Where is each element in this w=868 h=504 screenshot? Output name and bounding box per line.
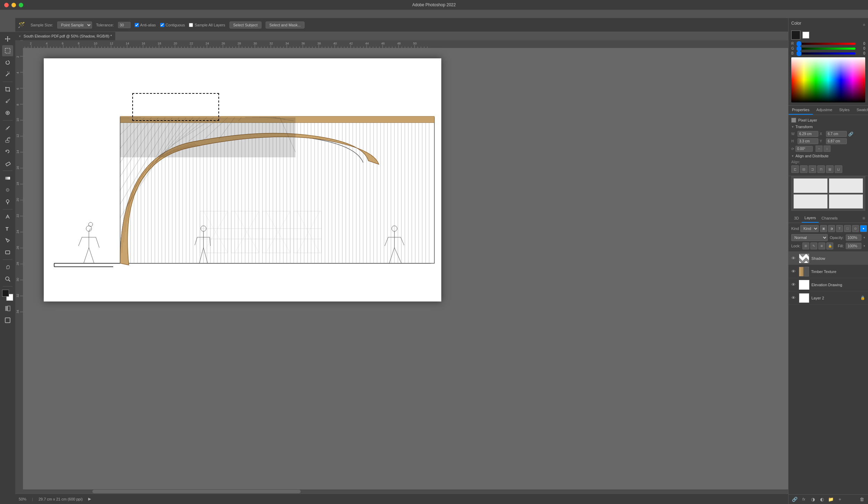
lock-artboard-icon[interactable]: ⊕ — [818, 242, 825, 249]
close-window-button[interactable] — [4, 3, 9, 7]
sample-all-checkbox[interactable] — [189, 23, 193, 27]
minimize-window-button[interactable] — [11, 3, 16, 7]
kind-dot-icon[interactable]: ● — [860, 225, 867, 232]
select-subject-button[interactable]: Select Subject — [229, 22, 261, 28]
color-spectrum[interactable] — [791, 57, 865, 102]
flip-h-button[interactable]: ↔ — [816, 146, 823, 152]
crop-tool[interactable] — [2, 84, 13, 95]
move-tool[interactable] — [2, 33, 13, 44]
layer-visibility-timber[interactable]: 👁 — [791, 269, 797, 274]
fill-input[interactable] — [846, 243, 861, 249]
tab-styles[interactable]: Styles — [836, 106, 853, 115]
maximize-window-button[interactable] — [19, 3, 23, 7]
layer-link-button[interactable]: 🔗 — [791, 496, 798, 503]
width-input[interactable] — [798, 131, 818, 137]
layer-adjustment-button[interactable]: ◐ — [818, 496, 825, 503]
x-input[interactable] — [826, 131, 847, 137]
layer-delete-button[interactable]: 🗑 — [858, 496, 865, 503]
magic-wand-tool-icon[interactable]: 🪄 — [18, 22, 25, 28]
doc-tab-close[interactable]: × — [19, 34, 21, 38]
align-right-button[interactable]: ⊐ — [809, 165, 816, 173]
document-canvas[interactable] — [44, 58, 441, 301]
tab-swatches[interactable]: Swatches — [853, 106, 868, 115]
tab-layers[interactable]: Layers — [802, 214, 819, 223]
contiguous-checkbox[interactable] — [160, 23, 164, 27]
g-slider[interactable] — [796, 48, 856, 50]
layer-group-button[interactable]: 📁 — [827, 496, 834, 503]
lasso-tool[interactable] — [2, 57, 13, 68]
kind-adjust-icon[interactable]: ◑ — [828, 225, 835, 232]
eyedropper-tool[interactable] — [2, 96, 13, 107]
tolerance-input[interactable] — [118, 22, 131, 28]
pen-tool[interactable] — [2, 211, 13, 222]
lock-position-icon[interactable]: ✎ — [810, 242, 817, 249]
hand-tool[interactable] — [2, 262, 13, 273]
lock-aspect-icon[interactable]: 🔗 — [848, 132, 853, 137]
layers-panel-expand[interactable]: ≡ — [862, 215, 865, 221]
color-panel-expand[interactable]: ≡ — [863, 23, 865, 27]
marquee-tool[interactable] — [2, 45, 13, 56]
r-slider[interactable] — [796, 43, 856, 45]
history-brush-tool[interactable] — [2, 146, 13, 157]
layer-item-timber[interactable]: 👁 Timber Texture — [788, 265, 868, 278]
opacity-chevron[interactable]: ▾ — [863, 236, 865, 239]
kind-shape-icon[interactable]: □ — [844, 225, 851, 232]
horizontal-scrollbar[interactable] — [23, 489, 788, 494]
b-slider[interactable] — [796, 52, 856, 55]
path-selection-tool[interactable] — [2, 235, 13, 246]
align-bottom-button[interactable]: ⊔ — [835, 165, 842, 173]
lock-all-icon[interactable]: 🔒 — [826, 242, 833, 249]
align-center-h-button[interactable]: ⊟ — [800, 165, 808, 173]
lock-pixels-icon[interactable]: ⊞ — [802, 242, 809, 249]
kind-select[interactable]: Kind — [800, 225, 819, 232]
layer-visibility-elevation[interactable]: 👁 — [791, 282, 797, 287]
antialias-checkbox[interactable] — [135, 23, 139, 27]
opacity-input[interactable] — [846, 234, 861, 241]
mode-select[interactable]: Normal — [791, 234, 828, 241]
flip-v-button[interactable]: ↕ — [824, 146, 831, 152]
layer-mask-button[interactable]: ◑ — [809, 496, 816, 503]
quick-mask-tool[interactable] — [2, 303, 13, 314]
document-tab[interactable]: × South Elevation PDF.pdf @ 50% (Shadow,… — [15, 32, 116, 40]
brush-tool[interactable] — [2, 122, 13, 133]
angle-input[interactable] — [795, 146, 813, 152]
foreground-color-swatch[interactable] — [2, 290, 9, 297]
sample-size-select[interactable]: Point Sample — [57, 22, 92, 28]
select-mask-button[interactable]: Select and Mask... — [266, 22, 305, 28]
healing-tool[interactable] — [2, 107, 13, 118]
clone-stamp-tool[interactable] — [2, 134, 13, 145]
tab-3d[interactable]: 3D — [791, 214, 802, 222]
layer-visibility-shadow[interactable]: 👁 — [791, 256, 797, 261]
height-input[interactable] — [798, 138, 818, 144]
text-tool[interactable]: T — [2, 223, 13, 234]
canvas-area[interactable] — [23, 48, 788, 494]
fill-chevron[interactable]: ▾ — [863, 244, 865, 248]
blur-tool[interactable] — [2, 184, 13, 196]
layer-new-button[interactable]: + — [836, 496, 843, 503]
shape-tool[interactable] — [2, 247, 13, 258]
gradient-tool[interactable] — [2, 173, 13, 184]
scrollbar-thumb[interactable] — [92, 490, 301, 493]
align-middle-v-button[interactable]: ⊠ — [826, 165, 834, 173]
kind-pixel-icon[interactable]: ▣ — [820, 225, 827, 232]
background-swatch[interactable] — [802, 32, 809, 39]
status-arrow-right[interactable]: ▶ — [88, 497, 91, 501]
eraser-tool[interactable] — [2, 158, 13, 169]
magic-wand-tool[interactable] — [2, 69, 13, 80]
layer-fx-button[interactable]: fx — [800, 496, 807, 503]
foreground-swatch[interactable] — [791, 31, 800, 40]
dodge-tool[interactable] — [2, 196, 13, 207]
tab-adjustments[interactable]: Adjustme — [813, 106, 836, 115]
layer-visibility-layer2[interactable]: 👁 — [791, 295, 797, 300]
layer-item-elevation[interactable]: 👁 Elevation Drawing — [788, 278, 868, 291]
layer-item-layer2[interactable]: 👁 Layer 2 🔒 — [788, 291, 868, 305]
layer-item-shadow[interactable]: 👁 Shadow — [788, 252, 868, 265]
align-top-button[interactable]: ⊓ — [817, 165, 825, 173]
foreground-background-colors[interactable] — [2, 290, 13, 301]
kind-text-icon[interactable]: T — [836, 225, 843, 232]
tab-channels[interactable]: Channels — [819, 214, 840, 222]
align-left-button[interactable]: ⊏ — [791, 165, 799, 173]
zoom-tool[interactable] — [2, 273, 13, 284]
tab-properties[interactable]: Properties — [788, 106, 813, 115]
y-input[interactable] — [826, 138, 847, 144]
